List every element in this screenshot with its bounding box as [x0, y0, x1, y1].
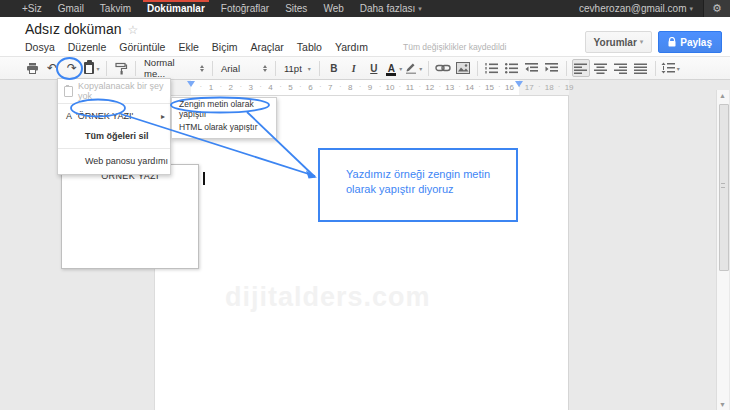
ruler-number: 5: [288, 83, 292, 92]
indent-icon: [545, 62, 559, 74]
underline-button[interactable]: U: [365, 59, 383, 77]
paint-format-button[interactable]: [112, 59, 130, 77]
settings-gear-button[interactable]: ⚙: [703, 0, 730, 17]
nav-more-label: Daha fazlası: [360, 3, 416, 14]
insert-image-button[interactable]: [454, 59, 472, 77]
menu-view[interactable]: Görüntüle: [119, 41, 165, 53]
spinner-icon: [263, 65, 267, 72]
web-clipboard-button[interactable]: ▾: [83, 59, 101, 77]
ruler-number: 2: [229, 83, 233, 92]
ruler-tick: ·: [419, 82, 422, 91]
menu-separator: [58, 103, 170, 104]
print-icon: [26, 62, 39, 75]
nav-photos[interactable]: Fotoğraflar: [213, 0, 277, 17]
menu-file[interactable]: Dosya: [25, 41, 55, 53]
spinner-icon: [200, 65, 204, 72]
ruler-number: 10: [386, 83, 395, 92]
ruler-number: 16: [505, 83, 514, 92]
font-size-select[interactable]: 11pt ▾: [280, 59, 315, 77]
paragraph-style-select[interactable]: Normal me...: [140, 59, 208, 77]
paste-submenu: Zengin metin olarak yapıştır HTML olarak…: [171, 97, 277, 139]
nav-gmail[interactable]: Gmail: [50, 0, 92, 17]
account-menu[interactable]: cevherozan@gmail.com▾: [569, 0, 703, 17]
nav-calendar[interactable]: Takvim: [92, 0, 139, 17]
text-color-icon: A: [385, 63, 397, 74]
image-icon: [456, 62, 470, 74]
text-color-button[interactable]: A▾: [385, 59, 403, 77]
page-title[interactable]: Adsız doküman: [25, 21, 122, 37]
italic-button[interactable]: I: [345, 59, 363, 77]
menu-help[interactable]: Yardım: [335, 41, 368, 53]
increase-indent-button[interactable]: [543, 59, 561, 77]
lock-icon: [668, 37, 676, 47]
insert-link-button[interactable]: [434, 59, 452, 77]
menu-table[interactable]: Tablo: [297, 41, 322, 53]
ruler-number: 15: [485, 83, 494, 92]
left-indent-marker[interactable]: [187, 81, 195, 87]
share-button[interactable]: Paylaş: [658, 31, 722, 53]
toolbar-separator: [106, 61, 107, 76]
highlight-color-button[interactable]: ▾: [405, 59, 423, 77]
menu-edit[interactable]: Düzenle: [68, 41, 107, 53]
nav-sites[interactable]: Sites: [277, 0, 315, 17]
clipboard-icon: [84, 62, 94, 74]
align-right-button[interactable]: [612, 59, 630, 77]
menu-item-clear-all[interactable]: Tüm öğeleri sil: [58, 126, 170, 146]
clipboard-preview-box: ÖRNEK YAZI: [61, 164, 199, 269]
line-spacing-button[interactable]: ▾: [661, 59, 680, 77]
ruler-tick: ·: [319, 82, 322, 91]
nav-web[interactable]: Web: [315, 0, 351, 17]
bold-button[interactable]: B: [325, 59, 343, 77]
menu-item-paste-rich-text[interactable]: Zengin metin olarak yapıştır: [172, 100, 276, 118]
redo-button[interactable]: ↷: [63, 59, 81, 77]
scrollbar-thumb[interactable]: [719, 104, 729, 271]
ruler-tick: ·: [220, 82, 223, 91]
menu-tools[interactable]: Araçlar: [251, 41, 284, 53]
ruler-number: 3: [248, 83, 252, 92]
nav-documents[interactable]: Dokümanlar: [139, 0, 213, 17]
toolbar-separator: [428, 61, 429, 76]
print-button[interactable]: [23, 59, 41, 77]
ruler-tick: ·: [458, 82, 461, 91]
nav-plus-you[interactable]: +Siz: [14, 0, 50, 17]
toolbar-separator: [275, 61, 276, 76]
menu-item-paste-html[interactable]: HTML olarak yapıştır: [172, 118, 276, 136]
scroll-down-arrow[interactable]: ▼: [719, 401, 726, 408]
menu-format[interactable]: Biçim: [212, 41, 238, 53]
font-family-value: Arial: [221, 63, 259, 74]
google-services-nav: +Siz Gmail Takvim Dokümanlar Fotoğraflar…: [0, 0, 430, 17]
menu-bar: Dosya Düzenle Görüntüle Ekle Biçim Araçl…: [25, 41, 506, 53]
justify-button[interactable]: [632, 59, 650, 77]
share-button-label: Paylaş: [680, 37, 712, 48]
document-page[interactable]: dijitalders.com: [154, 96, 569, 410]
ruler-tick: ·: [558, 82, 561, 91]
align-left-button[interactable]: [572, 59, 590, 77]
comments-button[interactable]: Yorumlar▾: [585, 31, 653, 53]
star-icon[interactable]: ☆: [128, 23, 139, 37]
ruler-number: 1: [209, 83, 213, 92]
numbered-list-button[interactable]: [483, 59, 501, 77]
right-indent-marker[interactable]: [515, 81, 523, 87]
vertical-scrollbar[interactable]: ▲ ▼: [716, 90, 729, 410]
toolbar-separator: [319, 61, 320, 76]
save-status: Tüm değişiklikler kaydedildi: [403, 42, 506, 52]
nav-more[interactable]: Daha fazlası▾: [352, 0, 430, 17]
menu-item-clipboard-help[interactable]: Web panosu yardımı: [58, 151, 170, 171]
bulleted-list-button[interactable]: [503, 59, 521, 77]
ruler-tick: ·: [359, 82, 362, 91]
ruler-tick: ·: [438, 82, 441, 91]
menu-insert[interactable]: Ekle: [178, 41, 198, 53]
chevron-down-icon: ▾: [419, 65, 422, 72]
decrease-indent-button[interactable]: [523, 59, 541, 77]
text-cursor: [203, 172, 205, 185]
scroll-up-arrow[interactable]: ▲: [719, 92, 726, 99]
ruler-number: 14: [465, 83, 474, 92]
bulleted-list-icon: [505, 62, 519, 74]
align-center-button[interactable]: [592, 59, 610, 77]
menu-item-copied-ornek-yazi[interactable]: A 'ÖRNEK YAZI' ▸: [58, 106, 170, 126]
ruler-tick: ·: [498, 82, 501, 91]
chevron-down-icon: ▾: [308, 65, 311, 72]
font-family-select[interactable]: Arial: [217, 59, 271, 77]
paint-roller-icon: [115, 62, 128, 75]
undo-button[interactable]: ↶: [43, 59, 61, 77]
